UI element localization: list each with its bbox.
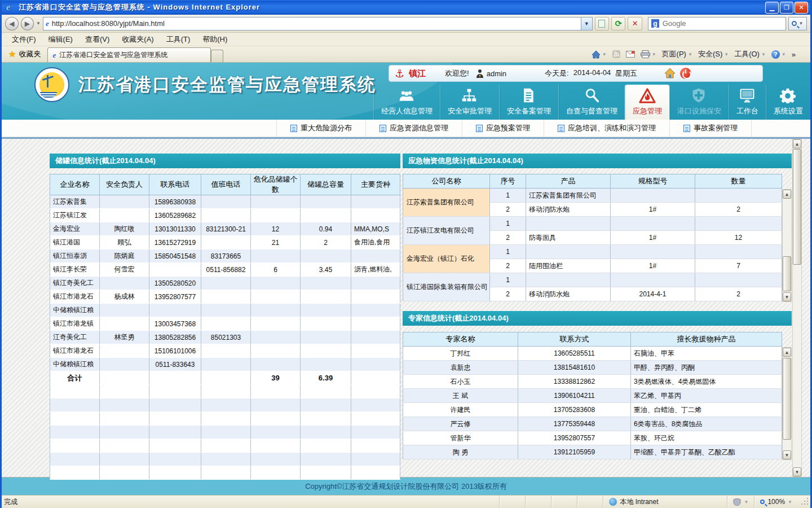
brand: 江苏省港口安全监管与应急管理系统	[34, 67, 376, 102]
nav-item-1[interactable]: 经营人信息管理	[373, 85, 440, 120]
stop-icon: ✕	[632, 19, 638, 28]
table-cell: 镇江港国际集装箱有限公司	[403, 273, 490, 301]
main-nav: 经营人信息管理安全审批管理安全备案管理自查与督查管理应急管理港口设施保安工作台系…	[373, 85, 810, 120]
monitor-icon	[739, 87, 756, 104]
maximize-button[interactable]: ❐	[780, 2, 793, 14]
table-cell: 2	[301, 236, 351, 249]
search-dropdown-icon[interactable]: ▼	[798, 21, 803, 26]
scroll-thumb[interactable]	[783, 256, 791, 291]
chevron-more-icon[interactable]: »	[792, 50, 796, 59]
scroll-thumb[interactable]	[793, 149, 801, 265]
resize-grip[interactable]	[800, 498, 808, 506]
page-scrollbar[interactable]: ▲ ▼	[792, 139, 802, 477]
menu-item-3[interactable]: 查看(V)	[80, 33, 115, 46]
table-cell	[251, 304, 301, 317]
zoom-control[interactable]: 100% ▼	[754, 496, 798, 508]
table-cell: 83121300-21	[201, 222, 251, 236]
menu-item-4[interactable]: 收藏夹(A)	[116, 33, 159, 46]
subnav-item-2[interactable]: 应急资源信息管理	[365, 120, 462, 137]
nav-item-7[interactable]: 工作台	[729, 85, 766, 120]
table-cell	[149, 439, 201, 453]
menu-item-2[interactable]: 编辑(E)	[43, 33, 78, 46]
protected-mode-button[interactable]: ▼	[727, 496, 754, 508]
subnav-item-label: 应急培训、演练和演习管理	[568, 123, 656, 133]
subnav-item-3[interactable]: 应急预案管理	[462, 120, 544, 137]
table-cell: 15106101006	[149, 344, 201, 358]
document-small-icon	[476, 125, 483, 132]
stop-button[interactable]: ✕	[628, 17, 642, 30]
nav-item-8[interactable]: 系统设置	[766, 85, 810, 120]
table-cell: 2	[695, 287, 782, 301]
date-display: 今天是: 2014-04-04 星期五	[545, 68, 637, 78]
subnav-item-5[interactable]: 事故案例管理	[669, 120, 752, 137]
mail-button[interactable]	[626, 51, 635, 58]
search-input[interactable]	[663, 19, 783, 28]
system-title: 江苏省港口安全监管与应急管理系统	[78, 73, 376, 97]
address-input[interactable]	[52, 19, 579, 28]
scroll-thumb[interactable]	[783, 358, 791, 440]
nav-item-4[interactable]: 自查与督查管理	[558, 85, 625, 120]
nav-item-label: 安全备案管理	[507, 106, 551, 116]
table-cell	[351, 385, 400, 398]
scroll-up-icon[interactable]: ▲	[783, 190, 791, 199]
table-row: 镇江市港龙石杨成林13952807577	[50, 290, 400, 304]
table-cell	[611, 245, 695, 259]
back-button[interactable]: ◀	[5, 17, 19, 30]
menu-item-6[interactable]: 帮助(H)	[197, 33, 233, 46]
forward-button[interactable]: ▶	[21, 17, 34, 30]
subnav-item-1[interactable]: 重大危险源分布	[276, 120, 365, 137]
zone-label: 本地 Intranet	[620, 497, 658, 507]
address-dropdown-button[interactable]: ▼	[581, 17, 593, 30]
page-menu[interactable]: 页面(P)▼	[662, 49, 692, 59]
nav-item-3[interactable]: 安全备案管理	[499, 85, 558, 120]
table-cell	[100, 317, 149, 331]
user-menu[interactable]: admin	[476, 69, 506, 78]
close-button[interactable]: ✕	[795, 2, 808, 14]
safety-menu[interactable]: 安全(S)▼	[698, 49, 729, 59]
nav-item-label: 安全审批管理	[448, 106, 492, 116]
table-cell: 2	[490, 259, 526, 273]
table-cell	[201, 412, 251, 426]
table-cell	[351, 453, 400, 466]
table-cell	[50, 398, 100, 412]
history-dropdown-icon[interactable]: ▼	[36, 21, 41, 26]
logout-button[interactable]	[680, 68, 691, 79]
nav-item-5[interactable]: 应急管理	[625, 85, 669, 120]
active-tab[interactable]: e 江苏省港口安全监管与应急管理系统	[47, 47, 211, 62]
tools-menu[interactable]: 工具(O)▼	[734, 49, 766, 59]
feeds-button[interactable]	[612, 50, 620, 58]
menu-item-5[interactable]: 工具(T)	[161, 33, 196, 46]
refresh-button[interactable]: ⟳	[611, 17, 625, 30]
minimize-button[interactable]: ▁	[765, 2, 779, 14]
compatibility-button[interactable]	[595, 17, 609, 30]
menu-item-1[interactable]: 文件(F)	[6, 33, 42, 46]
address-bar: ◀ ▶ ▼ e ▼ ⟳ ✕ g ▼	[2, 15, 810, 33]
table-cell	[251, 426, 301, 439]
search-button[interactable]: ▼	[788, 17, 807, 30]
table-cell: 0.94	[301, 222, 351, 236]
scroll-down-icon[interactable]: ▼	[783, 292, 791, 301]
new-tab-button[interactable]	[211, 50, 223, 62]
table-cell: 丁邦红	[403, 347, 518, 361]
scroll-up-icon[interactable]: ▲	[783, 348, 791, 357]
favorites-button[interactable]: ★ 收藏夹	[2, 46, 47, 62]
subnav-item-4[interactable]: 应急培训、演练和演习管理	[544, 120, 669, 137]
home-shortcut-icon[interactable]	[664, 68, 676, 79]
address-field-wrap: e	[43, 17, 581, 30]
print-button[interactable]: ▼	[641, 50, 656, 58]
supplies-scrollbar[interactable]: ▲ ▼	[782, 189, 792, 302]
table-cell: 21	[251, 236, 301, 249]
nav-item-2[interactable]: 安全审批管理	[440, 85, 499, 120]
help-menu[interactable]: ?▼	[771, 50, 786, 59]
home-button[interactable]: ▼	[592, 50, 607, 59]
subnav-item-label: 应急资源信息管理	[390, 123, 448, 133]
scroll-down-icon[interactable]: ▼	[783, 450, 791, 459]
experts-scrollbar[interactable]: ▲ ▼	[782, 347, 792, 460]
table-cell	[301, 398, 351, 412]
table-row: 江苏镇江发13605289682	[50, 209, 400, 222]
table-cell	[100, 277, 149, 290]
table-cell	[301, 385, 351, 398]
scroll-down-icon[interactable]: ▼	[793, 467, 801, 476]
scroll-up-icon[interactable]: ▲	[793, 139, 801, 148]
table-cell: 13705283608	[518, 403, 631, 417]
